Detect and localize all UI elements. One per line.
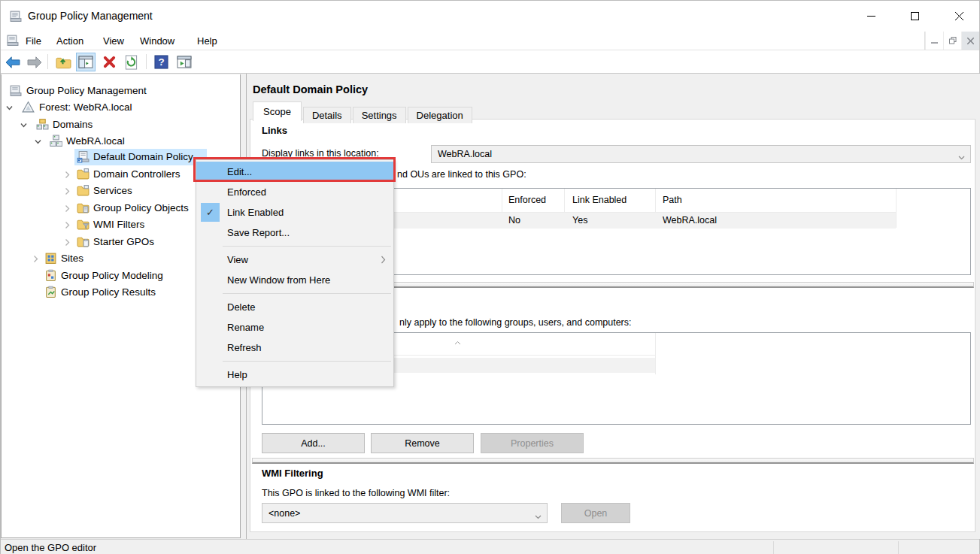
chevron-collapsed-icon[interactable]: [63, 204, 71, 212]
chevron-expanded-icon[interactable]: [34, 137, 42, 145]
menu-bar: File Action View Window Help: [1, 31, 979, 50]
wmi-filter-dropdown[interactable]: <none>: [262, 503, 548, 523]
column-header-link-enabled[interactable]: Link Enabled: [572, 195, 627, 205]
results-icon: [44, 286, 57, 298]
tree-item-domain-webra[interactable]: WebRA.local: [2, 133, 240, 150]
context-menu-help[interactable]: Help: [196, 365, 393, 385]
console-tree-icon: [78, 56, 93, 68]
menu-view[interactable]: View: [99, 34, 129, 48]
context-menu-label: Link Enabled: [227, 207, 284, 218]
svg-text:?: ?: [158, 56, 164, 68]
tab-details[interactable]: Details: [303, 107, 351, 123]
tree-item-label: Group Policy Objects: [93, 202, 189, 213]
minimize-icon: [867, 12, 875, 20]
context-menu-refresh[interactable]: Refresh: [196, 338, 393, 358]
context-menu-label: View: [227, 254, 248, 265]
delete-button[interactable]: [99, 53, 119, 71]
context-menu-link-enabled[interactable]: ✓ Link Enabled: [196, 202, 393, 223]
tab-delegation[interactable]: Delegation: [408, 107, 472, 123]
close-button[interactable]: [942, 1, 976, 31]
tree-item-label: WMI Filters: [93, 219, 144, 230]
add-button[interactable]: Add...: [262, 433, 365, 453]
gpo-title: Default Domain Policy: [253, 83, 368, 95]
mdi-minimize-button[interactable]: [925, 32, 943, 50]
open-button[interactable]: Open: [561, 503, 630, 523]
menu-action[interactable]: Action: [52, 34, 88, 48]
menu-window[interactable]: Window: [135, 34, 179, 48]
location-dropdown[interactable]: WebRA.local: [431, 145, 971, 163]
window-title: Group Policy Management: [28, 10, 153, 22]
help-button[interactable]: ?: [151, 53, 171, 71]
chevron-expanded-icon[interactable]: [5, 103, 14, 111]
column-header-enforced[interactable]: Enforced: [508, 195, 546, 205]
main-area: Group Policy Management Forest: WebRA.lo…: [1, 74, 980, 539]
tab-settings[interactable]: Settings: [353, 107, 406, 123]
status-bar: Open the GPO editor: [1, 539, 979, 554]
chevron-down-icon: [958, 152, 965, 162]
context-menu-view[interactable]: View: [196, 250, 393, 270]
show-console-tree-button[interactable]: [76, 53, 96, 71]
up-folder-icon: [56, 56, 71, 69]
forward-button[interactable]: [25, 53, 44, 71]
column-header-path[interactable]: Path: [663, 195, 682, 205]
links-heading: Links: [262, 125, 287, 136]
tree-item-label: Services: [93, 185, 132, 196]
tree-item-label: Forest: WebRA.local: [39, 101, 132, 113]
menu-help[interactable]: Help: [193, 34, 222, 48]
refresh-button[interactable]: [121, 53, 141, 71]
context-menu-save-report[interactable]: Save Report...: [196, 223, 393, 243]
new-window-button[interactable]: [174, 53, 194, 71]
mdi-window-controls: [924, 32, 979, 50]
back-button[interactable]: [3, 53, 23, 71]
chevron-collapsed-icon[interactable]: [63, 220, 71, 229]
sort-ascending-icon: [454, 335, 461, 348]
chevron-collapsed-icon[interactable]: [63, 186, 71, 195]
minimize-button[interactable]: [854, 1, 888, 31]
close-icon: [955, 12, 963, 20]
links-note: nd OUs are linked to this GPO:: [397, 169, 526, 180]
chevron-collapsed-icon[interactable]: [32, 254, 40, 262]
tree-item-label: Group Policy Results: [61, 286, 156, 298]
help-icon: ?: [154, 55, 168, 69]
menu-separator: [223, 361, 391, 362]
tree-item-label: Group Policy Management: [26, 85, 147, 96]
gpo-folder-icon: [77, 201, 90, 214]
mdi-close-button[interactable]: [961, 32, 979, 50]
security-filtering-note: nly apply to the following groups, users…: [399, 317, 632, 328]
up-one-level-button[interactable]: [53, 53, 73, 71]
status-bar-divider: [773, 541, 774, 554]
gpo-link-icon: [77, 150, 90, 163]
properties-button[interactable]: Properties: [481, 433, 584, 453]
maximize-icon: [911, 12, 919, 20]
tree-item-label: Default Domain Policy: [93, 151, 193, 162]
mdi-restore-button[interactable]: [943, 32, 961, 50]
tab-scope[interactable]: Scope: [253, 101, 302, 121]
section-splitter[interactable]: [252, 458, 974, 464]
tree-item-domains[interactable]: Domains: [2, 117, 240, 133]
context-menu: Edit... Enforced ✓ Link Enabled Save Rep…: [196, 159, 394, 387]
wmi-filter-value: <none>: [269, 508, 300, 519]
context-menu-enforced[interactable]: Enforced: [196, 182, 393, 202]
folder-icon: [77, 184, 90, 197]
context-menu-delete[interactable]: Delete: [196, 297, 393, 317]
remove-button[interactable]: Remove: [371, 433, 474, 453]
wmi-filtering-heading: WMI Filtering: [262, 468, 323, 479]
tree-item-label: Sites: [61, 253, 83, 264]
mdi-minimize-icon: [931, 38, 938, 44]
menu-separator: [223, 293, 391, 294]
chevron-expanded-icon[interactable]: [20, 120, 28, 129]
chevron-collapsed-icon[interactable]: [63, 170, 71, 178]
context-menu-new-window-from-here[interactable]: New Window from Here: [196, 270, 393, 290]
maximize-button[interactable]: [897, 1, 932, 31]
tree-item-forest[interactable]: Forest: WebRA.local: [2, 99, 240, 116]
chevron-collapsed-icon[interactable]: [63, 238, 71, 246]
forward-icon: [26, 56, 43, 69]
context-menu-rename[interactable]: Rename: [196, 317, 393, 338]
toolbar-separator: [146, 54, 147, 69]
starter-gpos-folder-icon: [77, 235, 90, 248]
group-policy-management-window: Group Policy Management File Action View…: [0, 0, 980, 554]
tree-item-root[interactable]: Group Policy Management: [2, 83, 240, 99]
menu-file[interactable]: File: [21, 34, 46, 48]
status-text: Open the GPO editor: [5, 542, 96, 553]
title-bar: Group Policy Management: [1, 1, 979, 31]
